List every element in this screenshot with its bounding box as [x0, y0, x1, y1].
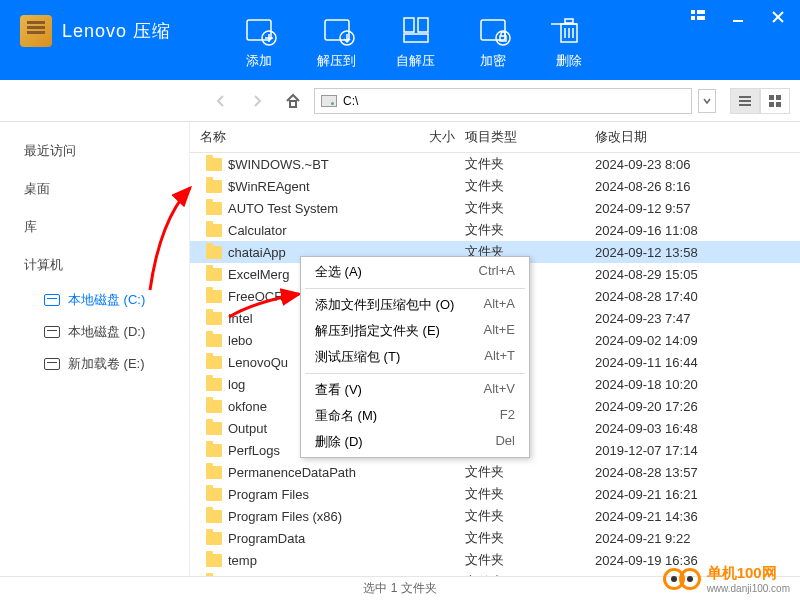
file-type: 文件夹	[465, 177, 595, 195]
file-name: tmp	[228, 575, 250, 577]
sfx-button[interactable]: 自解压	[386, 8, 445, 74]
sfx-icon	[398, 12, 434, 48]
svg-rect-25	[290, 101, 296, 107]
sidebar-item-recent[interactable]: 最近访问	[0, 132, 189, 170]
file-date: 2024-09-03 16:48	[595, 421, 800, 436]
titlebar: Lenovo 压缩 添加 解压到 自解压 加密	[0, 0, 800, 80]
delete-button[interactable]: 删除	[541, 8, 597, 74]
menu-item[interactable]: 添加文件到压缩包中 (O)Alt+A	[301, 292, 529, 318]
menu-item[interactable]: 测试压缩包 (T)Alt+T	[301, 344, 529, 370]
disk-icon	[44, 326, 60, 338]
file-type: 文件夹	[465, 221, 595, 239]
extract-icon	[319, 12, 355, 48]
add-button[interactable]: 添加	[231, 8, 287, 74]
menu-label: 测试压缩包 (T)	[315, 348, 400, 366]
menu-item[interactable]: 解压到指定文件夹 (E)Alt+E	[301, 318, 529, 344]
path-input[interactable]: C:\	[314, 88, 692, 114]
file-type: 文件夹	[465, 529, 595, 547]
home-button[interactable]	[278, 86, 308, 116]
table-row[interactable]: Program Files (x86)文件夹2024-09-21 14:36	[190, 505, 800, 527]
watermark-logo-icon	[663, 568, 701, 590]
svg-rect-30	[776, 95, 781, 100]
window-controls	[684, 6, 792, 28]
svg-point-10	[496, 31, 510, 45]
folder-icon	[206, 246, 222, 259]
sidebar: 最近访问 桌面 库 计算机 本地磁盘 (C:)本地磁盘 (D:)新加载卷 (E:…	[0, 122, 190, 576]
table-row[interactable]: Calculator文件夹2024-09-16 11:08	[190, 219, 800, 241]
file-date: 2024-08-28 13:57	[595, 465, 800, 480]
folder-icon	[206, 202, 222, 215]
file-name: Program Files (x86)	[228, 509, 342, 524]
folder-icon	[206, 576, 222, 577]
col-name[interactable]: 名称	[190, 128, 415, 146]
svg-rect-0	[247, 20, 271, 40]
folder-icon	[206, 510, 222, 523]
folder-icon	[206, 356, 222, 369]
list-view-button[interactable]	[730, 88, 760, 114]
file-date: 2024-09-11 16:44	[595, 355, 800, 370]
file-date: 2024-09-23 7:47	[595, 311, 800, 326]
svg-rect-17	[565, 19, 573, 23]
path-dropdown[interactable]	[698, 89, 716, 113]
minimize-button[interactable]	[724, 6, 752, 28]
folder-icon	[206, 290, 222, 303]
folder-icon	[206, 312, 222, 325]
menu-shortcut: Del	[495, 433, 515, 451]
folder-icon	[206, 268, 222, 281]
menu-label: 添加文件到压缩包中 (O)	[315, 296, 454, 314]
table-row[interactable]: AUTO Test System文件夹2024-09-12 9:57	[190, 197, 800, 219]
menu-item[interactable]: 查看 (V)Alt+V	[301, 377, 529, 403]
menu-shortcut: Alt+E	[484, 322, 515, 340]
col-type[interactable]: 项目类型	[465, 128, 595, 146]
folder-icon	[206, 158, 222, 171]
table-row[interactable]: $WinREAgent文件夹2024-08-26 8:16	[190, 175, 800, 197]
sidebar-drive[interactable]: 本地磁盘 (D:)	[0, 316, 189, 348]
svg-rect-27	[739, 100, 751, 102]
encrypt-button[interactable]: 加密	[465, 8, 521, 74]
navbar: C:\	[0, 80, 800, 122]
menu-shortcut: Alt+V	[484, 381, 515, 399]
file-date: 2024-09-20 17:26	[595, 399, 800, 414]
svg-rect-9	[481, 20, 505, 40]
file-name: $WINDOWS.~BT	[228, 157, 329, 172]
menu-item[interactable]: 重命名 (M)F2	[301, 403, 529, 429]
file-name: LenovoQu	[228, 355, 288, 370]
col-date[interactable]: 修改日期	[595, 128, 800, 146]
folder-icon	[206, 488, 222, 501]
file-date: 2019-12-07 17:14	[595, 443, 800, 458]
grid-view-button[interactable]	[760, 88, 790, 114]
menu-label: 删除 (D)	[315, 433, 363, 451]
back-button[interactable]	[206, 86, 236, 116]
drive-label: 本地磁盘 (C:)	[68, 291, 145, 309]
file-name: Calculator	[228, 223, 287, 238]
file-name: FreeOCR	[228, 289, 284, 304]
context-menu: 全选 (A)Ctrl+A添加文件到压缩包中 (O)Alt+A解压到指定文件夹 (…	[300, 256, 530, 458]
svg-rect-6	[404, 18, 414, 32]
disk-icon	[44, 294, 60, 306]
col-size[interactable]: 大小	[415, 128, 465, 146]
file-date: 2024-09-02 14:09	[595, 333, 800, 348]
menu-item[interactable]: 删除 (D)Del	[301, 429, 529, 455]
grid-menu-icon[interactable]	[684, 6, 712, 28]
table-row[interactable]: $WINDOWS.~BT文件夹2024-09-23 8:06	[190, 153, 800, 175]
file-date: 2024-08-29 15:05	[595, 267, 800, 282]
table-row[interactable]: ProgramData文件夹2024-09-21 9:22	[190, 527, 800, 549]
forward-button[interactable]	[242, 86, 272, 116]
file-name: temp	[228, 553, 257, 568]
svg-rect-28	[739, 104, 751, 106]
sidebar-item-desktop[interactable]: 桌面	[0, 170, 189, 208]
menu-shortcut: F2	[500, 407, 515, 425]
sidebar-drive[interactable]: 本地磁盘 (C:)	[0, 284, 189, 316]
file-date: 2024-09-16 11:08	[595, 223, 800, 238]
sidebar-drive[interactable]: 新加载卷 (E:)	[0, 348, 189, 380]
close-button[interactable]	[764, 6, 792, 28]
sidebar-item-libraries[interactable]: 库	[0, 208, 189, 246]
table-row[interactable]: PermanenceDataPath文件夹2024-08-28 13:57	[190, 461, 800, 483]
extract-to-button[interactable]: 解压到	[307, 8, 366, 74]
file-name: $WinREAgent	[228, 179, 310, 194]
table-row[interactable]: Program Files文件夹2024-09-21 16:21	[190, 483, 800, 505]
view-toggle	[730, 88, 790, 114]
menu-item[interactable]: 全选 (A)Ctrl+A	[301, 259, 529, 285]
sidebar-item-computer[interactable]: 计算机	[0, 246, 189, 284]
file-type: 文件夹	[465, 199, 595, 217]
